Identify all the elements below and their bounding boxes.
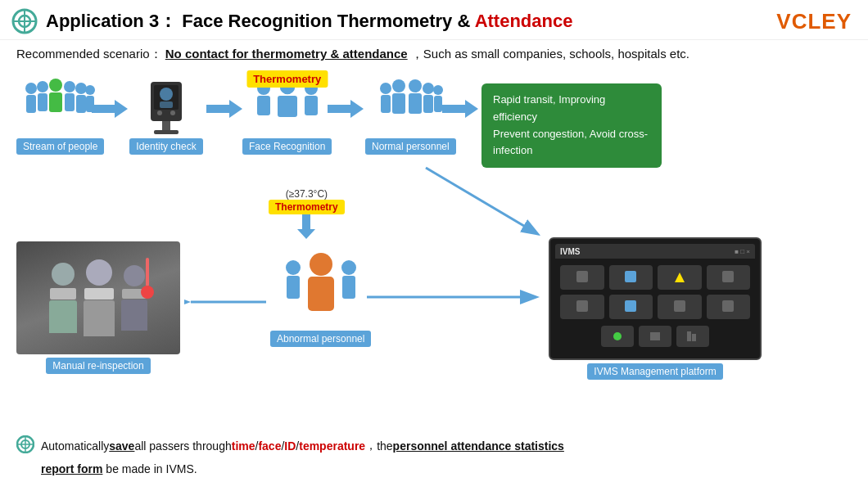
ivms-icon-5 bbox=[560, 295, 604, 319]
svg-point-54 bbox=[286, 260, 301, 275]
temp-down-section: (≥37.3°C) Thermometry bbox=[269, 188, 345, 239]
svg-point-38 bbox=[409, 79, 422, 92]
ivms-icon-7 bbox=[658, 295, 702, 319]
svg-rect-32 bbox=[305, 96, 318, 115]
svg-rect-61 bbox=[687, 331, 691, 341]
svg-marker-25 bbox=[206, 100, 242, 118]
arrow-diagonal bbox=[418, 160, 549, 245]
svg-point-8 bbox=[49, 79, 62, 92]
svg-rect-53 bbox=[308, 277, 334, 311]
ivms-icon-4 bbox=[707, 265, 751, 290]
svg-point-34 bbox=[380, 83, 391, 94]
arrow-photo-to-abnormal bbox=[184, 293, 274, 314]
svg-rect-57 bbox=[342, 276, 355, 299]
svg-rect-35 bbox=[381, 95, 391, 113]
svg-point-23 bbox=[157, 110, 162, 115]
svg-point-49 bbox=[141, 286, 154, 299]
face-recognition: Thermometry Face Recognition bbox=[242, 74, 332, 155]
svg-rect-48 bbox=[146, 258, 149, 286]
svg-rect-41 bbox=[423, 95, 433, 113]
arrow-2 bbox=[206, 100, 242, 121]
svg-rect-13 bbox=[76, 95, 86, 113]
svg-rect-29 bbox=[278, 96, 297, 117]
svg-marker-33 bbox=[328, 100, 364, 118]
logo: VCLEY bbox=[776, 9, 852, 34]
identity-check: Identity check bbox=[129, 74, 203, 155]
svg-rect-9 bbox=[49, 92, 62, 112]
svg-point-6 bbox=[37, 81, 48, 92]
svg-point-52 bbox=[310, 253, 332, 276]
arrow-3 bbox=[328, 100, 364, 121]
svg-rect-7 bbox=[38, 93, 47, 111]
svg-point-40 bbox=[423, 83, 434, 94]
scenario-bar: Recommended scenario： No contact for the… bbox=[0, 40, 868, 65]
svg-rect-18 bbox=[154, 130, 179, 134]
svg-point-24 bbox=[170, 110, 175, 115]
note-bar: Automatically save all passers through t… bbox=[0, 435, 868, 475]
ivms-icon-2 bbox=[609, 265, 653, 290]
main-diagram: Stream of people Identity chec bbox=[0, 65, 868, 442]
svg-rect-62 bbox=[692, 334, 696, 341]
ivms-icon-6 bbox=[609, 295, 653, 319]
abnormal-personnel: Abnormal personnel bbox=[270, 246, 371, 347]
svg-line-47 bbox=[426, 168, 536, 233]
svg-point-36 bbox=[392, 79, 405, 92]
arrow-abnormal-to-ivms bbox=[367, 288, 547, 309]
svg-rect-27 bbox=[257, 96, 270, 115]
header: Application 3： Face Recognition Thermome… bbox=[0, 0, 868, 40]
page-title: Application 3： Face Recognition Thermome… bbox=[46, 9, 572, 34]
svg-point-42 bbox=[433, 85, 443, 95]
svg-point-21 bbox=[160, 88, 173, 101]
svg-marker-60 bbox=[675, 273, 685, 282]
ivms-platform: IVMS ■ □ × bbox=[549, 237, 762, 380]
svg-rect-55 bbox=[287, 276, 300, 299]
svg-point-12 bbox=[75, 83, 87, 94]
svg-point-14 bbox=[85, 85, 95, 95]
manual-reinspection: Manual re-inspection bbox=[16, 241, 180, 374]
arrow-1 bbox=[92, 100, 128, 121]
target-icon bbox=[11, 8, 38, 34]
svg-rect-43 bbox=[434, 96, 442, 112]
ivms-bottom-1 bbox=[601, 326, 634, 347]
ivms-bottom-3 bbox=[676, 326, 709, 347]
svg-rect-22 bbox=[160, 101, 173, 108]
svg-marker-16 bbox=[92, 100, 128, 118]
arrow-4 bbox=[442, 100, 478, 121]
note-icon bbox=[16, 435, 34, 456]
svg-point-56 bbox=[341, 260, 356, 275]
ivms-icon-1 bbox=[560, 265, 604, 290]
svg-rect-39 bbox=[409, 93, 422, 114]
ivms-icon-8 bbox=[707, 295, 751, 319]
svg-point-4 bbox=[25, 83, 37, 94]
ivms-icon-3 bbox=[658, 265, 702, 290]
svg-rect-37 bbox=[392, 93, 405, 114]
svg-rect-5 bbox=[26, 95, 36, 113]
svg-point-10 bbox=[64, 81, 75, 92]
svg-rect-11 bbox=[65, 93, 75, 111]
ivms-topbar: IVMS ■ □ × bbox=[555, 244, 755, 259]
ivms-bottom-2 bbox=[639, 326, 671, 347]
green-info-box: Rapid transit, Improving efficiency Prev… bbox=[481, 83, 662, 168]
svg-marker-44 bbox=[442, 100, 478, 118]
svg-marker-45 bbox=[297, 214, 315, 239]
